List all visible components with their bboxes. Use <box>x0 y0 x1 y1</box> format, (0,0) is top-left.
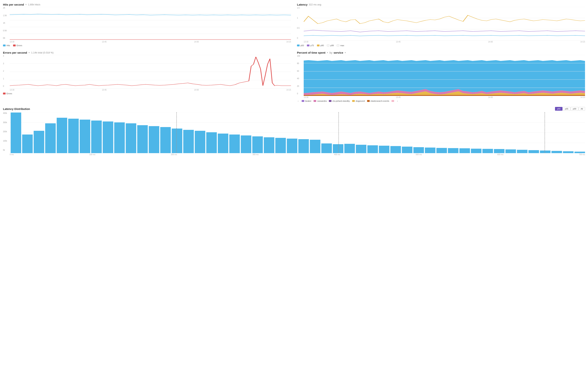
svg-rect-61 <box>367 145 378 153</box>
svg-rect-33 <box>45 123 56 153</box>
next-item-color <box>392 100 394 102</box>
svg-rect-42 <box>149 126 159 153</box>
svg-rect-57 <box>321 143 332 153</box>
svg-rect-55 <box>298 139 309 153</box>
latency-svg <box>304 7 585 41</box>
dist-btn-p95[interactable]: p95 <box>563 107 570 111</box>
svg-rect-76 <box>540 150 551 153</box>
latency-subtitle: 322 ms avg <box>309 3 321 6</box>
distribution-svg: p50 p75 p90 <box>10 112 585 153</box>
dist-btn-all[interactable]: All <box>579 107 585 111</box>
service-legend-next[interactable]: › <box>396 100 399 102</box>
hits-legend-hits: Hits <box>3 44 10 47</box>
distribution-chart-area: 400k 300k 200k 100k 0k <box>3 112 585 156</box>
hits-errors-color <box>13 44 16 46</box>
svg-rect-63 <box>390 146 401 153</box>
percent-service-label: service <box>333 51 343 54</box>
svg-rect-77 <box>552 151 562 153</box>
errors-legend: Errors <box>3 92 291 95</box>
service-legend: ‹ beaker cassandra ctx-pshard-standby do… <box>297 100 585 102</box>
svg-rect-78 <box>563 151 574 153</box>
svg-rect-34 <box>57 118 67 153</box>
errors-title: Errors per second ▼ 1.14k total (0.018 %… <box>3 51 291 54</box>
hits-panel: Hits per second ▼ 1.80k hits/s 2K 1.5K 1… <box>3 3 291 47</box>
svg-rect-79 <box>574 152 585 153</box>
svg-rect-51 <box>252 136 263 153</box>
errors-chart-inner: 13:30 13:45 14:00 14:15 <box>10 55 291 91</box>
hits-title: Hits per second ▼ 1.80k hits/s <box>3 3 291 6</box>
service-legend-elasticsearch: elasticsearch-events <box>367 100 389 102</box>
service-legend-next-item <box>392 100 394 102</box>
dist-btn-p90[interactable]: p90 <box>555 107 562 111</box>
latency-legend-max: max <box>337 44 344 47</box>
svg-rect-74 <box>517 150 528 153</box>
errors-legend-errors: Errors <box>3 92 12 95</box>
percent-panel: Percent of time spent ▼ by service ▼ 100… <box>297 51 585 102</box>
latency-legend-p75: p75 <box>307 44 314 47</box>
svg-rect-31 <box>22 134 33 153</box>
svg-rect-66 <box>425 148 435 153</box>
beaker-color <box>302 100 304 102</box>
svg-rect-47 <box>206 132 217 153</box>
dashboard: Hits per second ▼ 1.80k hits/s 2K 1.5K 1… <box>3 3 585 156</box>
percent-service-dropdown-arrow[interactable]: ▼ <box>344 52 346 54</box>
hits-legend: Hits Errors <box>3 44 291 47</box>
svg-rect-36 <box>80 120 90 153</box>
svg-rect-48 <box>218 133 228 153</box>
svg-rect-35 <box>68 119 79 153</box>
errors-x-axis: 13:30 13:45 14:00 14:15 <box>10 89 291 91</box>
svg-rect-59 <box>344 144 355 153</box>
distribution-title-text: Latency Distribution <box>3 107 30 110</box>
latency-chart-inner: 13:30 13:45 14:00 14:15 <box>304 7 585 43</box>
svg-rect-46 <box>195 131 205 153</box>
svg-rect-62 <box>379 146 390 153</box>
dist-btn-p99[interactable]: p99 <box>571 107 578 111</box>
svg-rect-65 <box>413 147 424 153</box>
latency-chart-area: 1.5 1 0.5 0 13: <box>297 7 585 43</box>
svg-rect-37 <box>91 121 102 153</box>
svg-rect-40 <box>126 123 136 153</box>
percent-chart-inner: 13:30 13:45 14:00 14:15 <box>304 55 585 98</box>
svg-rect-60 <box>356 145 366 153</box>
service-legend-ctx-pshard: ctx-pshard-standby <box>329 100 350 102</box>
latency-panel: Latency 322 ms avg 1.5 1 0.5 0 <box>297 3 585 47</box>
dogpound-color <box>352 100 355 102</box>
p75-color <box>307 44 309 46</box>
distribution-buttons: p90 p95 p99 All <box>555 107 585 111</box>
svg-rect-70 <box>471 149 482 153</box>
errors-color <box>3 92 6 94</box>
svg-rect-50 <box>241 135 251 153</box>
svg-rect-58 <box>333 144 343 153</box>
percent-y-axis: 100 80 60 40 20 0 <box>297 55 303 95</box>
svg-rect-54 <box>287 139 297 153</box>
percent-svg <box>304 55 585 96</box>
svg-rect-38 <box>103 121 113 153</box>
hits-legend-errors: Errors <box>13 44 22 47</box>
distribution-panel: Latency Distribution p90 p95 p99 All 400… <box>3 107 585 156</box>
errors-dropdown-arrow[interactable]: ▼ <box>28 52 30 54</box>
svg-marker-15 <box>304 95 585 96</box>
latency-legend: p50 p75 p90 p99 max <box>297 44 585 47</box>
latency-title: Latency 322 ms avg <box>297 3 585 6</box>
svg-rect-71 <box>483 149 493 153</box>
svg-rect-52 <box>264 137 274 153</box>
hits-svg <box>10 7 291 41</box>
percent-dropdown-arrow[interactable]: ▼ <box>327 52 329 54</box>
errors-panel: Errors per second ▼ 1.14k total (0.018 %… <box>3 51 291 102</box>
errors-y-axis: 4 3 2 1 0 <box>3 55 9 87</box>
svg-rect-64 <box>402 147 413 153</box>
latency-legend-p90: p90 <box>317 44 324 47</box>
hits-dropdown-arrow[interactable]: ▼ <box>25 4 27 6</box>
svg-rect-67 <box>436 148 447 153</box>
hits-subtitle: 1.80k hits/s <box>28 3 40 6</box>
errors-chart-area: 4 3 2 1 0 13:30 13:45 <box>3 55 291 91</box>
service-legend-prev[interactable]: ‹ <box>297 100 299 102</box>
hits-chart-area: 2K 1.5K 1K 0.5K 0K <box>3 7 291 43</box>
errors-svg <box>10 55 291 89</box>
svg-rect-53 <box>275 138 286 153</box>
svg-rect-45 <box>183 130 194 153</box>
hits-title-text: Hits per second <box>3 3 24 6</box>
percent-x-axis: 13:30 13:45 14:00 14:15 <box>304 96 585 98</box>
distribution-chart-inner: p50 p75 p90 0 ms 100 ms 200 ms 300 ms 40… <box>10 112 585 156</box>
percent-chart-area: 100 80 60 40 20 0 <box>297 55 585 98</box>
